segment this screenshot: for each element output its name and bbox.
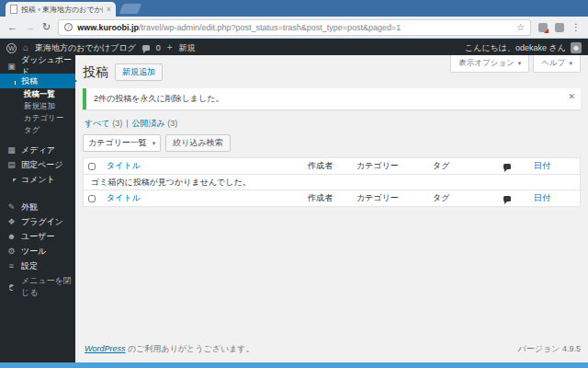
- filter-published-link[interactable]: 公開済み: [132, 119, 165, 128]
- footer-thanks-text: のご利用ありがとうございます。: [126, 344, 254, 353]
- help-label: ヘルプ: [541, 58, 565, 69]
- status-filter-links: すべて (3)|公開済み (3): [85, 118, 581, 130]
- add-new-button[interactable]: 新規追加: [115, 63, 163, 81]
- pages-icon: ▤: [6, 160, 17, 169]
- sidebar-item-appearance[interactable]: ✎ 外観: [0, 200, 75, 214]
- sidebar-item-comments[interactable]: コメント: [0, 172, 75, 187]
- submenu-item-add-new[interactable]: 新規追加: [0, 100, 75, 112]
- info-icon[interactable]: i: [64, 23, 73, 31]
- page-favicon-icon: [10, 5, 17, 14]
- comment-count[interactable]: 0: [156, 43, 161, 52]
- chevron-down-icon: ▾: [518, 60, 522, 67]
- comment-column-icon: [503, 196, 511, 201]
- wordpress-link[interactable]: WordPress: [85, 344, 126, 353]
- sidebar-item-label: ツール: [21, 246, 46, 258]
- column-category: カテゴリー: [356, 192, 433, 204]
- sidebar-item-posts[interactable]: 投稿: [0, 74, 75, 88]
- new-tab-button[interactable]: [119, 4, 141, 14]
- users-icon: ☻: [6, 232, 17, 241]
- screen-options-label: 表示オプション: [458, 58, 514, 69]
- filter-submit-button[interactable]: 絞り込み検索: [165, 134, 230, 152]
- sidebar-item-label: 設定: [21, 260, 38, 272]
- empty-message: ゴミ箱内に投稿が見つかりませんでした。: [91, 177, 251, 189]
- sidebar-item-media[interactable]: ▦ メディア: [0, 143, 75, 157]
- browser-menu-icon[interactable]: ⋮: [571, 22, 581, 32]
- page-title: 投稿: [83, 64, 108, 81]
- collapse-menu-button[interactable]: ◀ メニューを閉じる: [0, 280, 75, 294]
- sidebar-item-label: プラグイン: [21, 216, 63, 228]
- column-date-sort[interactable]: 日付: [534, 192, 580, 204]
- column-category: カテゴリー: [356, 160, 433, 172]
- wordpress-logo-icon[interactable]: W: [6, 43, 17, 53]
- select-all-checkbox[interactable]: [88, 195, 96, 202]
- chevron-down-icon: ▾: [569, 60, 572, 67]
- table-header-row: タイトル 作成者 カテゴリー タグ 日付: [84, 158, 580, 174]
- column-title-sort[interactable]: タイトル: [107, 192, 308, 204]
- url-text: www.kuroobi.jp/travel/wp-admin/edit.php?…: [77, 23, 512, 32]
- tab-close-icon[interactable]: ×: [107, 6, 111, 14]
- sidebar-item-label: 外観: [21, 201, 38, 213]
- collapse-icon: ◀: [6, 282, 17, 293]
- sidebar-item-users[interactable]: ☻ ユーザー: [0, 229, 75, 244]
- sidebar-item-tools[interactable]: ⚙ ツール: [0, 244, 75, 259]
- column-tags: タグ: [433, 160, 503, 172]
- column-author: 作成者: [308, 160, 356, 172]
- site-name-link[interactable]: 東海地方のおでかけブログ: [35, 42, 136, 54]
- bookmark-star-icon[interactable]: ☆: [516, 22, 525, 32]
- footer-version: バージョン 4.9.5: [518, 343, 581, 355]
- filter-separator: |: [126, 119, 128, 128]
- browser-tabstrip: 投稿 ‹ 東海地方のおでかけ ×: [0, 0, 588, 17]
- url-path: /travel/wp-admin/edit.php?post_status=tr…: [139, 23, 401, 32]
- home-icon[interactable]: ⌂: [23, 43, 28, 52]
- collapse-menu-label: メニューを閉じる: [21, 275, 75, 299]
- notice-text: 2件の投稿を永久に削除しました。: [94, 94, 223, 103]
- dashboard-icon: ▣: [6, 62, 17, 71]
- dismiss-notice-icon[interactable]: ✕: [568, 92, 575, 101]
- sidebar-item-pages[interactable]: ▤ 固定ページ: [0, 157, 75, 172]
- current-menu-arrow: [72, 77, 81, 85]
- admin-sidebar: ▣ ダッシュボード 投稿 投稿一覧 新規追加 カテゴリー タグ ▦ メディア ▤…: [0, 55, 75, 362]
- plus-icon[interactable]: +: [167, 43, 173, 52]
- appearance-icon: ✎: [6, 202, 17, 212]
- avatar[interactable]: ☻: [571, 42, 582, 53]
- select-all-checkbox[interactable]: [88, 163, 96, 170]
- sidebar-item-label: 固定ページ: [21, 159, 62, 171]
- column-author: 作成者: [308, 192, 356, 204]
- address-bar[interactable]: i www.kuroobi.jp/travel/wp-admin/edit.ph…: [58, 19, 531, 36]
- url-host: www.kuroobi.jp: [77, 23, 139, 32]
- tools-icon: ⚙: [6, 247, 17, 256]
- chevron-down-icon: ▾: [153, 140, 156, 147]
- sidebar-item-dashboard[interactable]: ▣ ダッシュボード: [0, 59, 75, 74]
- wp-admin-bar: W ⌂ 東海地方のおでかけブログ 0 + 新規 こんにちは、odekake さん…: [0, 40, 588, 55]
- submenu-item-categories[interactable]: カテゴリー: [0, 112, 75, 124]
- category-filter-value: カテゴリー一覧: [88, 137, 147, 149]
- comments-bubble-icon[interactable]: [142, 45, 150, 51]
- window-bottom-edge: [0, 362, 588, 368]
- extension-icon-1[interactable]: [538, 23, 548, 32]
- filter-all-count: (3): [112, 119, 122, 128]
- empty-row: ゴミ箱内に投稿が見つかりませんでした。: [84, 174, 580, 190]
- sidebar-item-label: ユーザー: [21, 231, 54, 243]
- sidebar-item-label: メディア: [21, 144, 55, 156]
- greeting-text[interactable]: こんにちは、odekake さん: [465, 42, 566, 54]
- category-filter-select[interactable]: カテゴリー一覧 ▾: [83, 134, 161, 152]
- help-button[interactable]: ヘルプ ▾: [533, 55, 581, 73]
- column-date-sort[interactable]: 日付: [534, 160, 580, 172]
- comment-column-icon: [503, 164, 511, 169]
- column-title-sort[interactable]: タイトル: [107, 160, 308, 172]
- forward-icon[interactable]: →: [25, 22, 35, 32]
- pushpin-icon: [6, 76, 17, 86]
- extension-icon-2[interactable]: [555, 23, 564, 32]
- sidebar-item-settings[interactable]: ≡ 設定: [0, 259, 75, 273]
- submenu-item-tags[interactable]: タグ: [0, 124, 75, 136]
- submenu-item-all-posts[interactable]: 投稿一覧: [0, 88, 75, 100]
- filter-all-link[interactable]: すべて: [85, 119, 110, 128]
- settings-icon: ≡: [6, 261, 17, 270]
- back-icon[interactable]: ←: [7, 22, 17, 32]
- new-content-link[interactable]: 新規: [179, 42, 196, 54]
- reload-icon[interactable]: ↻: [42, 22, 51, 32]
- sidebar-item-plugins[interactable]: ❖ プラグイン: [0, 214, 75, 229]
- screen-options-button[interactable]: 表示オプション ▾: [450, 55, 529, 73]
- browser-tab[interactable]: 投稿 ‹ 東海地方のおでかけ ×: [6, 2, 116, 17]
- column-tags: タグ: [433, 192, 503, 204]
